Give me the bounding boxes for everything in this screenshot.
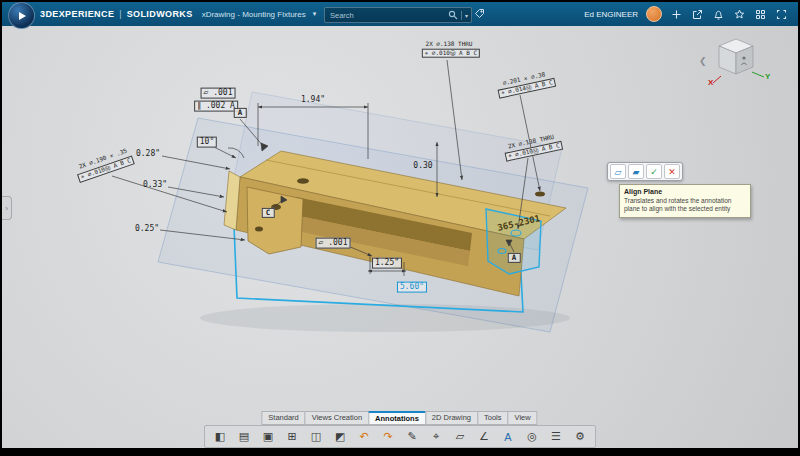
panel-expand-tab[interactable]: › [2, 196, 12, 220]
position-tolerance-icon[interactable]: ⌖ [425, 427, 447, 446]
dim-height-1[interactable]: 0.28" [136, 150, 160, 159]
callout-top-line2[interactable]: ⌖ ⌀.010Ⓜ A B C [422, 49, 480, 58]
tab-views-creation[interactable]: Views Creation [305, 411, 369, 425]
share-icon[interactable] [691, 8, 704, 21]
save-icon[interactable]: ▣ [257, 427, 279, 446]
bottom-toolbar: ◧▤▣⊞◫◩↶↷✎⌖▱∠A◎☰⚙ [204, 425, 596, 448]
zoom-icon[interactable]: ◎ [521, 427, 543, 446]
fullscreen-icon[interactable] [775, 8, 788, 21]
annotation-plane-mini-toolbar: ▱▰✓✕ [607, 162, 683, 181]
dim-height-3[interactable]: 0.25" [135, 225, 159, 234]
drawing-canvas[interactable] [0, 0, 800, 456]
brand-divider: | [119, 9, 121, 19]
tag-icon[interactable] [474, 8, 485, 19]
bell-icon[interactable] [712, 8, 725, 21]
tab-tools[interactable]: Tools [477, 411, 509, 425]
favorites-icon[interactable] [733, 8, 746, 21]
3dexperience-compass-icon[interactable] [8, 2, 35, 29]
dim-draft-angle[interactable]: 10° [197, 137, 217, 148]
document-caret-icon[interactable]: ▾ [313, 10, 317, 18]
datum-flag-icon[interactable]: ▱ [449, 427, 471, 446]
top-bar: 3DEXPERIENCE | SOLIDWORKS xDrawing - Mou… [2, 2, 798, 26]
dim-height-2[interactable]: 0.33" [143, 181, 167, 190]
application-window: 3DEXPERIENCE | SOLIDWORKS xDrawing - Mou… [0, 0, 800, 456]
angle-dimension-icon[interactable]: ∠ [473, 427, 495, 446]
image-view-icon[interactable]: ◫ [305, 427, 327, 446]
apps-grid-icon[interactable] [754, 8, 767, 21]
note-list-icon[interactable]: ▤ [233, 427, 255, 446]
sheet-view-icon[interactable]: ◧ [209, 427, 231, 446]
brand-platform: 3DEXPERIENCE [40, 9, 114, 19]
tab-view[interactable]: View [508, 411, 538, 425]
palette-icon[interactable]: ◩ [329, 427, 351, 446]
datum-c-flag[interactable]: C [262, 208, 275, 218]
viewcube-collapse-icon[interactable]: ❮ [699, 56, 707, 66]
search-divider [461, 11, 462, 20]
part-shadow [200, 304, 570, 332]
user-avatar[interactable] [646, 6, 662, 22]
tab-2d-drawing[interactable]: 2D Drawing [425, 411, 478, 425]
brand-app: SOLIDWORKS [127, 9, 193, 19]
text-icon[interactable]: A [497, 427, 519, 446]
undo-icon[interactable]: ↶ [353, 427, 375, 446]
grid-icon[interactable]: ⊞ [281, 427, 303, 446]
settings-icon[interactable]: ⚙ [569, 427, 591, 446]
fcf-flatness-top[interactable]: ▱ .001 [201, 88, 236, 99]
tab-annotations[interactable]: Annotations [368, 411, 426, 425]
dim-sketch-angle[interactable]: 5.60° [397, 282, 427, 293]
flip-annotation-plane-icon[interactable]: ▱ [610, 164, 626, 179]
callout-top-line1[interactable]: 2X ⌀.138 THRU [426, 41, 473, 48]
document-title[interactable]: xDrawing - Mounting Fixtures [202, 10, 306, 19]
tab-standard[interactable]: Standard [261, 411, 305, 425]
brand-block: 3DEXPERIENCE | SOLIDWORKS xDrawing - Mou… [40, 9, 316, 19]
tooltip-title: Align Plane [624, 188, 746, 195]
redo-icon[interactable]: ↷ [377, 427, 399, 446]
user-name[interactable]: Ed ENGINEER [584, 10, 638, 19]
axis-y-label: Y [765, 72, 770, 81]
search-icon[interactable] [448, 10, 458, 20]
datum-a-flag[interactable]: A [234, 108, 247, 118]
search-caret-icon[interactable]: ▾ [465, 12, 468, 19]
dim-depth[interactable]: 0.30 [413, 162, 432, 171]
add-icon[interactable] [670, 8, 683, 21]
pencil-icon[interactable]: ✎ [401, 427, 423, 446]
datum-a2-flag[interactable]: A [508, 253, 521, 263]
table-icon[interactable]: ☰ [545, 427, 567, 446]
axis-x-label: X [708, 78, 713, 87]
align-plane-tooltip: Align Plane Translates and rotates the a… [619, 184, 751, 218]
fcf-perpendicularity-top[interactable]: ∥ .002 A [194, 101, 238, 112]
cancel-icon[interactable]: ✕ [664, 164, 680, 179]
tooltip-body: Translates and rotates the annotation pl… [624, 197, 746, 214]
fcf-flatness-front[interactable]: ▱ .001 [316, 238, 351, 249]
user-cluster: Ed ENGINEER [584, 6, 798, 22]
search-box[interactable]: ▾ [324, 7, 472, 23]
view-cube[interactable]: X Y [708, 34, 772, 90]
dim-width[interactable]: 1.94" [301, 96, 325, 105]
dim-slot-width[interactable]: 1.25" [372, 258, 402, 269]
ribbon-tab-bar: StandardViews CreationAnnotations2D Draw… [262, 411, 537, 425]
search-input[interactable] [328, 10, 448, 21]
accept-icon[interactable]: ✓ [646, 164, 662, 179]
align-plane-icon[interactable]: ▰ [628, 164, 644, 179]
